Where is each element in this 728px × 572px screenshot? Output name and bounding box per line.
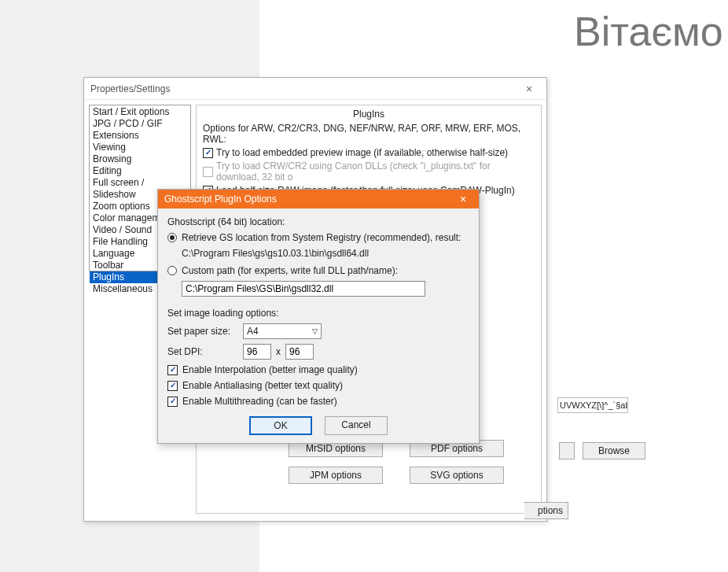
loading-options-label: Set image loading options: — [167, 308, 469, 319]
checkbox-label: Enable Multithreading (can be faster) — [182, 396, 337, 407]
dialog-titlebar[interactable]: Ghostscript PlugIn Options × — [158, 190, 479, 209]
radio-registry[interactable] — [167, 233, 177, 242]
list-item[interactable]: Start / Exit options — [90, 106, 190, 118]
radio-label: Retrieve GS location from System Registr… — [182, 232, 461, 243]
dpi-height-input[interactable] — [285, 344, 314, 360]
bg-heading: Вітаємо в — [574, 8, 728, 55]
jpm-options-button[interactable]: JPM options — [289, 467, 383, 484]
list-item[interactable]: Extensions — [90, 130, 190, 142]
dpi-width-input[interactable] — [243, 344, 271, 360]
paper-size-label: Set paper size: — [167, 326, 238, 337]
custom-path-input[interactable] — [182, 281, 425, 297]
ghostscript-dialog: Ghostscript PlugIn Options × Ghostscript… — [157, 189, 480, 444]
dpi-x-label: x — [276, 346, 281, 357]
browse-button[interactable]: Browse — [583, 442, 645, 459]
checkbox-label: Try to load embedded preview image (if a… — [216, 147, 508, 158]
list-item[interactable]: Browsing — [90, 153, 190, 165]
window-title: Properties/Settings — [90, 83, 170, 94]
list-item[interactable]: JPG / PCD / GIF — [90, 118, 190, 130]
registry-path: C:\Program Files\gs\gs10.03.1\bin\gsdll6… — [182, 248, 469, 259]
checkbox-embedded-preview[interactable] — [203, 148, 213, 158]
close-icon[interactable]: × — [447, 190, 479, 209]
groupbox-title: PlugIns — [203, 109, 535, 120]
paper-size-select[interactable]: A4 ▽ — [243, 323, 322, 339]
list-item[interactable]: Viewing — [90, 142, 190, 153]
chevron-down-icon: ▽ — [312, 327, 318, 335]
radio-label: Custom path (for experts, write full DLL… — [182, 265, 398, 276]
checkbox-label: Enable Interpolation (better image quali… — [182, 364, 358, 375]
checkbox-label: Try to load CRW/CR2 using Canon DLLs (ch… — [216, 161, 535, 183]
checkbox-interpolation[interactable] — [167, 365, 178, 375]
charset-preview: UVWXYZ[\]^_`§ab — [557, 397, 628, 413]
paper-size-value: A4 — [247, 326, 259, 337]
checkbox-antialiasing[interactable] — [167, 381, 178, 391]
partial-options-button[interactable]: ptions — [524, 502, 568, 519]
checkbox-multithreading[interactable] — [167, 397, 178, 407]
gs-location-label: Ghostscript (64 bit) location: — [167, 216, 469, 227]
dialog-title: Ghostscript PlugIn Options — [164, 194, 277, 205]
ok-button[interactable]: OK — [249, 416, 312, 435]
close-icon[interactable]: × — [512, 78, 546, 100]
groupbox-subtitle: Options for ARW, CR2/CR3, DNG, NEF/NRW, … — [203, 123, 535, 145]
list-item[interactable]: Editing — [90, 165, 190, 177]
window-titlebar[interactable]: Properties/Settings × — [84, 78, 546, 100]
svg-options-button[interactable]: SVG options — [410, 467, 504, 484]
radio-custom-path[interactable] — [167, 266, 177, 275]
checkbox-label: Enable Antialiasing (better text quality… — [182, 380, 343, 391]
dpi-label: Set DPI: — [167, 346, 238, 357]
cancel-button[interactable]: Cancel — [325, 416, 388, 435]
checkbox-crw-canon[interactable] — [203, 167, 213, 177]
partial-button[interactable] — [559, 442, 575, 459]
